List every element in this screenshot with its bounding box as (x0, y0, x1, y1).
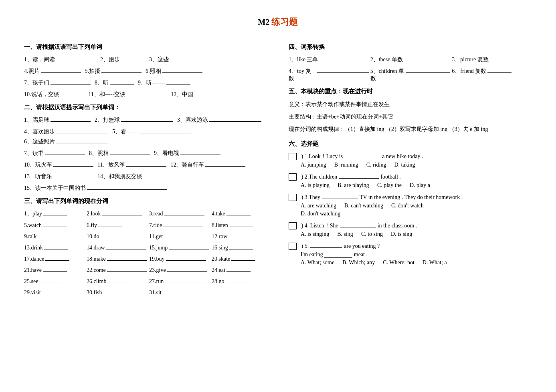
s3-item-3: 3.read (149, 209, 210, 217)
s3-item-6: 6.fly (87, 221, 148, 229)
q5-text: ) 5. are you eating ? (289, 241, 532, 250)
s3-item-11: 11.get (149, 232, 210, 240)
s3-item-16: 16.sing (212, 243, 273, 251)
question-3: ) 3.They TV in the evening . They do the… (289, 193, 532, 217)
s5-line3: 现在分词的构成规律：（1）直接加 ing （2）双写末尾字母加 ing （3）去… (289, 124, 532, 134)
s2-row3: 7、读书 8、照相 9、看电视 (24, 149, 273, 157)
s3-item-2: 2.look (87, 209, 148, 217)
left-column: 一、请根据汉语写出下列单词 1、读，阅读 2、跑步 3、这些 4.照片 5.拍摄… (24, 38, 273, 296)
q5-options: A. What; some B. Which; any C. Where; no… (301, 259, 532, 266)
s4-item-3: 3、picture 复数 (452, 55, 532, 63)
s3-item-22: 22.come (87, 265, 148, 273)
s4-item-2: 2、these 单数 (370, 55, 451, 63)
right-column: 四、词形转换 1、like 三单 2、these 单数 3、picture 复数… (289, 38, 532, 296)
s3-item-14: 14.draw (87, 243, 148, 251)
q2-text: ) 2.The children football . (289, 172, 532, 181)
q1-options: A. jumping B .running C. riding D. takin… (301, 162, 532, 168)
s2-row1: 1、踢足球 2、打篮球 3、喜欢游泳 (24, 115, 273, 124)
s4-item-6: 6、friend 复数 (452, 66, 532, 82)
q1-text: ) 1.Look！Lucy is a new bike today . (289, 152, 532, 160)
question-1: ) 1.Look！Lucy is a new bike today . A. j… (289, 152, 532, 168)
q5-sub: I'm eating meat . (301, 251, 532, 258)
section-3-grid: 1、play 2.look 3.read 4.take 5.watch 6.fl… (24, 209, 273, 296)
s3-item-4: 4.take (212, 209, 273, 217)
s3-item-1: 1、play (24, 209, 85, 217)
s3-item-19: 19.buy (149, 254, 210, 262)
section-3-title: 三、请写出下列单词的现在分词 (24, 197, 273, 205)
s3-item-9: 9.talk (24, 232, 85, 240)
question-2: ) 2.The children football . A. is playin… (289, 172, 532, 189)
s1-row2: 4.照片 5.拍摄 6.照相 (24, 66, 273, 75)
s1-row3: 7、孩子们 8、听 9、听------- (24, 78, 273, 86)
question-4: ) 4. Listen！She in the classroom . A. is… (289, 221, 532, 237)
s3-item-31: 31.sit (149, 288, 210, 296)
s3-item-12: 12.row (212, 232, 273, 240)
s3-item-26: 26.climb (87, 277, 148, 285)
section-2-title: 二、请根据汉语提示写出下列单词： (24, 104, 273, 111)
s3-item-15: 15.jump (149, 243, 210, 251)
s1-row4: 10.说话，交谈 11、和-----交谈 12、中国 (24, 90, 273, 98)
s3-item-29: 29.visit (24, 288, 85, 296)
q3-options: A. are watching B. can't watching C. don… (301, 203, 532, 209)
s3-item-24: 24.eat (212, 265, 273, 273)
page-title: M2 练习题 (24, 16, 532, 28)
q4-text: ) 4. Listen！She in the classroom . (289, 221, 532, 229)
section-1-title: 一、请根据汉语写出下列单词 (24, 43, 273, 51)
s2-row4: 10、玩火车 11、放风筝 12、骑自行车 (24, 160, 273, 169)
q4-options: A. is singing B. sing C. to sing D. is s… (301, 231, 532, 237)
s3-item-21: 21.have (24, 265, 85, 273)
s4-item-1: 1、like 三单 (289, 55, 369, 63)
s3-item-30: 30.fish (87, 288, 148, 296)
s1-row1: 1、读，阅读 2、跑步 3、这些 (24, 55, 273, 63)
s3-item-10: 10.do (87, 232, 148, 240)
s5-line1: 意义：表示某个动作或某件事情正在发生 (289, 99, 532, 109)
s2-row5: 13、听音乐 14、和我朋友交谈 (24, 172, 273, 180)
section-4-grid: 1、like 三单 2、these 单数 3、picture 复数 4、toy … (289, 55, 532, 82)
s3-item-5: 5.watch (24, 221, 85, 229)
s3-item-18: 18.make (87, 254, 148, 262)
s3-item-20: 20.skate (212, 254, 273, 262)
question-5: ) 5. are you eating ? I'm eating meat . … (289, 241, 532, 266)
s3-item-27: 27.run (149, 277, 210, 285)
q3-text: ) 3.They TV in the evening . They do the… (289, 193, 532, 201)
s4-item-4: 4、toy 复数 (289, 66, 369, 82)
s2-row6: 15、读一本关于中国的书 (24, 183, 273, 192)
s3-item-25: 25.see (24, 277, 85, 285)
s3-item-8: 8.listen (212, 221, 273, 229)
q3-option-d: D. don't watching (301, 211, 532, 217)
s5-line2: 主要结构：主语+be+动词的现在分词+其它 (289, 112, 532, 122)
section-6-title: 六、选择题 (289, 140, 532, 148)
s3-item-13: 13.drink (24, 243, 85, 251)
s3-item-17: 17.dance (24, 254, 85, 262)
s3-item-23: 23.give (149, 265, 210, 273)
s4-item-5: 5、children 单数 (370, 66, 451, 82)
s3-item-7: 7.ride (149, 221, 210, 229)
section-4-title: 四、词形转换 (289, 43, 532, 51)
s2-row2: 4、喜欢跑步 5、看------ 6、这些照片 (24, 127, 273, 145)
q2-options: A. is playing B. are playing C. play the… (301, 182, 532, 189)
s3-item-28: 28.go (212, 277, 273, 285)
section-5-title: 五、本模块的重点：现在进行时 (289, 88, 532, 95)
